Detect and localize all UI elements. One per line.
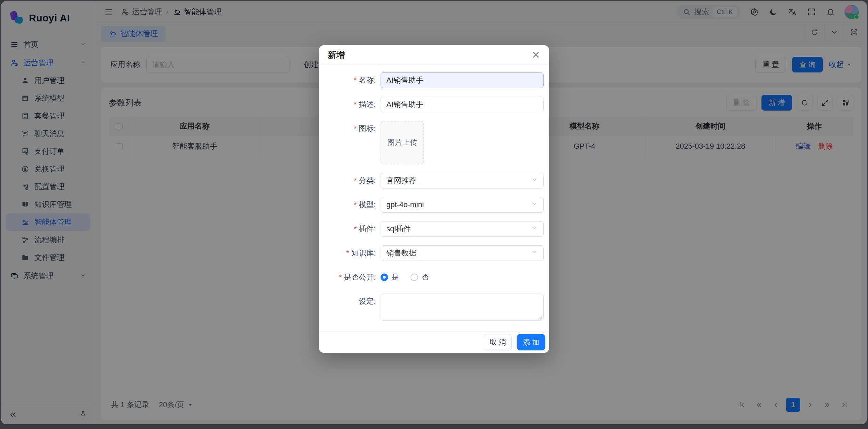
name-field-input[interactable] (381, 72, 544, 88)
field-icon: 图标: 图片上传 (319, 121, 544, 164)
radio-label: 否 (421, 272, 429, 282)
public-radio-group: 是 否 (381, 269, 544, 285)
description-field-input[interactable] (381, 97, 544, 112)
public-field-label: 是否公开: (319, 272, 381, 282)
knowledge-base-select[interactable]: 销售数据 (381, 245, 544, 261)
close-icon[interactable]: ✕ (532, 50, 540, 60)
model-select[interactable]: gpt-4o-mini (381, 197, 544, 213)
app-window: Ruoyi AI 首页 运营管理 用户管理 系统模型 (1, 1, 867, 424)
submit-add-button[interactable]: 添 加 (517, 334, 545, 350)
plugin-value: sql插件 (386, 224, 531, 234)
modal-body: 名称: 描述: 图标: 图片上传 分类: 官网推荐 (319, 65, 549, 326)
modal-header: 新增 ✕ (319, 45, 549, 65)
field-knowledge-base: 知识库: 销售数据 (319, 245, 544, 261)
name-field-label: 名称: (319, 75, 381, 85)
field-model: 模型: gpt-4o-mini (319, 197, 544, 213)
field-plugin: 插件: sql插件 (319, 221, 544, 237)
category-value: 官网推荐 (386, 176, 531, 186)
field-settings: 设定: (319, 294, 544, 321)
cancel-button[interactable]: 取 消 (484, 334, 512, 350)
model-value: gpt-4o-mini (386, 200, 531, 209)
icon-field-label: 图标: (319, 121, 381, 134)
modal-title: 新增 (328, 49, 345, 61)
chevron-down-icon (531, 176, 538, 185)
field-description: 描述: (319, 97, 544, 112)
category-select[interactable]: 官网推荐 (381, 173, 544, 188)
settings-textarea[interactable] (381, 294, 544, 321)
add-agent-modal: 新增 ✕ 名称: 描述: 图标: 图片上传 分类: (319, 45, 549, 353)
kb-field-label: 知识库: (319, 248, 381, 258)
upload-text: 图片上传 (387, 137, 417, 148)
model-field-label: 模型: (319, 200, 381, 210)
chevron-down-icon (531, 225, 538, 233)
settings-field-label: 设定: (319, 294, 381, 307)
radio-unselected-icon (411, 274, 418, 281)
radio-selected-icon (381, 274, 388, 281)
modal-footer: 取 消 添 加 (319, 331, 549, 353)
image-upload-box[interactable]: 图片上传 (381, 121, 424, 164)
desktop-backdrop: Ruoyi AI 首页 运营管理 用户管理 系统模型 (0, 0, 868, 429)
description-field-label: 描述: (319, 99, 381, 110)
chevron-down-icon (531, 249, 538, 258)
plugin-field-label: 插件: (319, 224, 381, 234)
field-category: 分类: 官网推荐 (319, 173, 544, 188)
public-no-radio[interactable]: 否 (411, 272, 429, 282)
radio-label: 是 (391, 272, 399, 282)
public-yes-radio[interactable]: 是 (381, 272, 399, 282)
chevron-down-icon (531, 200, 538, 209)
field-is-public: 是否公开: 是 否 (319, 269, 544, 285)
category-field-label: 分类: (319, 176, 381, 186)
kb-value: 销售数据 (386, 248, 531, 258)
field-name: 名称: (319, 72, 544, 88)
plugin-select[interactable]: sql插件 (381, 221, 544, 237)
